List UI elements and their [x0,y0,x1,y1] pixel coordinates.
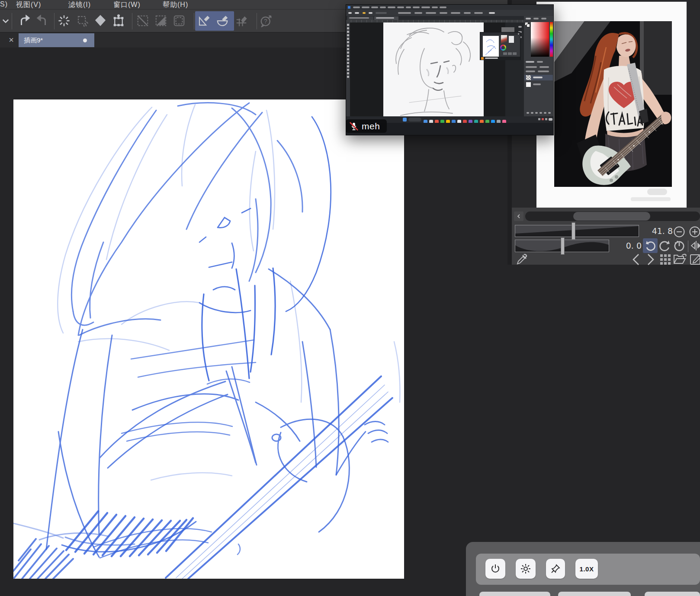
voice-user-overlay: meh [346,119,387,133]
open-image-folder-icon[interactable] [673,253,687,267]
fill-tool-icon[interactable] [93,12,108,29]
shared-hue-bar [550,22,553,57]
selection-launcher-icon[interactable] [75,12,90,29]
pin-button[interactable] [546,559,565,579]
microphone-muted-icon [349,121,359,131]
nested-canvas [483,36,499,57]
shared-layer-row [524,82,553,87]
shared-app-panels [524,16,553,116]
drawing-canvas[interactable] [13,99,404,579]
scale-label: 1.0X [580,565,594,573]
zoom-slider-handle[interactable] [572,222,575,240]
power-button[interactable] [485,559,505,579]
zoom-out-icon[interactable] [674,226,685,237]
bass-player-photo [554,21,672,187]
shared-app-menubar [346,5,553,10]
zoom-value: 41. 8 [629,226,673,236]
photo-watermark-badge [647,189,667,195]
flip-horizontal-icon[interactable] [690,239,700,254]
nested-alert-icon [481,57,484,60]
tab-close-icon[interactable]: × [6,35,16,45]
active-document-tab[interactable]: 插画9* [19,33,94,47]
line-select-icon[interactable] [135,12,150,29]
subview-zoom-slider[interactable] [515,225,639,237]
unsaved-dot [83,38,87,42]
subview-scrollbar-thumb[interactable] [573,212,650,221]
shared-app-icon [348,6,350,9]
nested-reference-thumb [501,35,507,44]
zoom-in-icon[interactable] [689,226,700,237]
voice-username: meh [362,121,380,131]
rotation-value: 0. 0 [607,241,642,250]
app-screen: S) 视图(V) 滤镜(I) 窗口(W) 帮助(H) [0,0,700,596]
photo-watermark-text [631,197,671,201]
menu-item-partial[interactable]: S) [0,0,8,8]
reset-rotation-icon[interactable] [673,239,685,254]
tab-label: 插画9* [24,36,43,45]
shared-tooltip [501,27,514,32]
shared-layer-row-active [524,75,553,80]
snap-to-special-ruler-icon[interactable] [215,12,230,29]
shared-app-toolbox [346,22,350,116]
rotate-slider-handle[interactable] [561,237,565,255]
reference-photo[interactable] [554,21,672,187]
menu-item-help[interactable]: 帮助(H) [163,0,188,10]
nested-paint-window [480,32,520,60]
shared-app-document-tabs [346,16,553,20]
shared-app-options-bar [346,10,553,16]
polygon-select-icon[interactable] [154,12,168,29]
undo-icon[interactable] [17,12,32,29]
screen-share-window[interactable] [346,4,554,135]
start-button-icon [403,118,407,122]
quick-panel-button-row2-a[interactable] [479,592,550,596]
edit-image-icon[interactable] [690,253,700,267]
redo-icon[interactable] [35,12,49,29]
menu-item-window[interactable]: 窗口(W) [113,0,141,10]
snap-to-ruler-icon[interactable] [196,12,211,29]
subview-scroll-left-button[interactable] [514,211,523,221]
next-image-icon[interactable] [645,253,657,268]
toolbar-chevron-icon[interactable] [0,12,13,29]
scale-toggle-button[interactable]: 1.0X [575,559,598,579]
snap-to-grid-icon[interactable] [234,12,249,29]
menu-item-filter[interactable]: 滤镜(I) [68,0,91,10]
taskbar-search-pill [408,118,421,122]
blue-gesture-sketch [13,99,404,579]
rotate-ccw-button[interactable] [643,238,658,253]
pencil-face-sketch [383,22,484,116]
thumbnail-grid-icon[interactable] [660,254,671,267]
prev-image-icon[interactable] [630,253,642,268]
eyedropper-icon[interactable] [516,253,528,267]
svg-text:?: ? [264,18,267,25]
processing-spinner-icon[interactable] [57,12,71,29]
quick-panel-button-row2-b[interactable] [558,592,631,596]
menu-item-view[interactable]: 视图(V) [16,0,41,10]
help-icon[interactable]: ? [259,12,273,29]
rect-select-icon[interactable] [172,12,186,29]
settings-gear-button[interactable] [516,559,536,579]
transform-tool-icon[interactable] [111,12,126,29]
shared-color-picker [531,22,549,57]
rotate-cw-icon[interactable] [659,239,671,254]
shared-sketch-paper [383,22,484,116]
quick-panel-button-row2-c[interactable] [645,592,700,596]
